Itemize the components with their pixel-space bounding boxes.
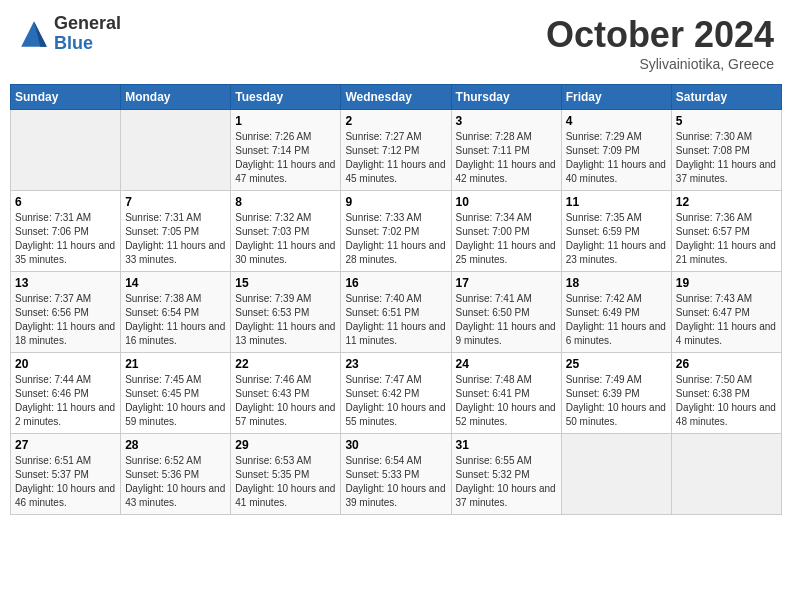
calendar-cell (121, 110, 231, 191)
calendar-cell: 1Sunrise: 7:26 AMSunset: 7:14 PMDaylight… (231, 110, 341, 191)
calendar-cell: 12Sunrise: 7:36 AMSunset: 6:57 PMDayligh… (671, 191, 781, 272)
calendar-cell: 31Sunrise: 6:55 AMSunset: 5:32 PMDayligh… (451, 434, 561, 515)
calendar-cell: 11Sunrise: 7:35 AMSunset: 6:59 PMDayligh… (561, 191, 671, 272)
calendar-cell: 29Sunrise: 6:53 AMSunset: 5:35 PMDayligh… (231, 434, 341, 515)
day-detail: Sunrise: 7:33 AMSunset: 7:02 PMDaylight:… (345, 211, 446, 267)
day-number: 2 (345, 114, 446, 128)
day-detail: Sunrise: 7:28 AMSunset: 7:11 PMDaylight:… (456, 130, 557, 186)
day-detail: Sunrise: 7:43 AMSunset: 6:47 PMDaylight:… (676, 292, 777, 348)
calendar-cell (671, 434, 781, 515)
logo-general: General (54, 14, 121, 34)
day-detail: Sunrise: 6:54 AMSunset: 5:33 PMDaylight:… (345, 454, 446, 510)
calendar-cell: 25Sunrise: 7:49 AMSunset: 6:39 PMDayligh… (561, 353, 671, 434)
calendar-cell (561, 434, 671, 515)
title-block: October 2024 Sylivainiotika, Greece (546, 14, 774, 72)
calendar-cell: 20Sunrise: 7:44 AMSunset: 6:46 PMDayligh… (11, 353, 121, 434)
day-detail: Sunrise: 7:50 AMSunset: 6:38 PMDaylight:… (676, 373, 777, 429)
day-number: 28 (125, 438, 226, 452)
logo: General Blue (18, 14, 121, 54)
day-number: 4 (566, 114, 667, 128)
day-detail: Sunrise: 7:48 AMSunset: 6:41 PMDaylight:… (456, 373, 557, 429)
day-of-week-header: Friday (561, 85, 671, 110)
calendar-week-row: 6Sunrise: 7:31 AMSunset: 7:06 PMDaylight… (11, 191, 782, 272)
calendar-header-row: SundayMondayTuesdayWednesdayThursdayFrid… (11, 85, 782, 110)
calendar-table: SundayMondayTuesdayWednesdayThursdayFrid… (10, 84, 782, 515)
day-number: 22 (235, 357, 336, 371)
day-detail: Sunrise: 7:36 AMSunset: 6:57 PMDaylight:… (676, 211, 777, 267)
day-number: 30 (345, 438, 446, 452)
day-detail: Sunrise: 6:55 AMSunset: 5:32 PMDaylight:… (456, 454, 557, 510)
calendar-cell: 3Sunrise: 7:28 AMSunset: 7:11 PMDaylight… (451, 110, 561, 191)
calendar-cell: 24Sunrise: 7:48 AMSunset: 6:41 PMDayligh… (451, 353, 561, 434)
day-number: 13 (15, 276, 116, 290)
day-detail: Sunrise: 7:29 AMSunset: 7:09 PMDaylight:… (566, 130, 667, 186)
logo-blue: Blue (54, 34, 121, 54)
day-number: 23 (345, 357, 446, 371)
day-number: 5 (676, 114, 777, 128)
day-detail: Sunrise: 7:49 AMSunset: 6:39 PMDaylight:… (566, 373, 667, 429)
day-number: 26 (676, 357, 777, 371)
day-number: 17 (456, 276, 557, 290)
day-detail: Sunrise: 7:27 AMSunset: 7:12 PMDaylight:… (345, 130, 446, 186)
day-detail: Sunrise: 7:41 AMSunset: 6:50 PMDaylight:… (456, 292, 557, 348)
calendar-cell: 5Sunrise: 7:30 AMSunset: 7:08 PMDaylight… (671, 110, 781, 191)
day-of-week-header: Sunday (11, 85, 121, 110)
calendar-cell: 7Sunrise: 7:31 AMSunset: 7:05 PMDaylight… (121, 191, 231, 272)
calendar-cell: 17Sunrise: 7:41 AMSunset: 6:50 PMDayligh… (451, 272, 561, 353)
day-detail: Sunrise: 7:35 AMSunset: 6:59 PMDaylight:… (566, 211, 667, 267)
day-detail: Sunrise: 6:53 AMSunset: 5:35 PMDaylight:… (235, 454, 336, 510)
day-detail: Sunrise: 7:45 AMSunset: 6:45 PMDaylight:… (125, 373, 226, 429)
calendar-cell: 28Sunrise: 6:52 AMSunset: 5:36 PMDayligh… (121, 434, 231, 515)
calendar-week-row: 27Sunrise: 6:51 AMSunset: 5:37 PMDayligh… (11, 434, 782, 515)
month-title: October 2024 (546, 14, 774, 56)
calendar-cell: 26Sunrise: 7:50 AMSunset: 6:38 PMDayligh… (671, 353, 781, 434)
day-detail: Sunrise: 7:39 AMSunset: 6:53 PMDaylight:… (235, 292, 336, 348)
day-number: 7 (125, 195, 226, 209)
calendar-week-row: 1Sunrise: 7:26 AMSunset: 7:14 PMDaylight… (11, 110, 782, 191)
calendar-week-row: 20Sunrise: 7:44 AMSunset: 6:46 PMDayligh… (11, 353, 782, 434)
logo-icon (18, 18, 50, 50)
calendar-cell: 14Sunrise: 7:38 AMSunset: 6:54 PMDayligh… (121, 272, 231, 353)
calendar-cell: 4Sunrise: 7:29 AMSunset: 7:09 PMDaylight… (561, 110, 671, 191)
location: Sylivainiotika, Greece (546, 56, 774, 72)
day-detail: Sunrise: 7:38 AMSunset: 6:54 PMDaylight:… (125, 292, 226, 348)
day-number: 21 (125, 357, 226, 371)
day-number: 9 (345, 195, 446, 209)
day-number: 27 (15, 438, 116, 452)
day-detail: Sunrise: 7:40 AMSunset: 6:51 PMDaylight:… (345, 292, 446, 348)
day-number: 12 (676, 195, 777, 209)
day-of-week-header: Monday (121, 85, 231, 110)
day-number: 29 (235, 438, 336, 452)
day-detail: Sunrise: 7:42 AMSunset: 6:49 PMDaylight:… (566, 292, 667, 348)
day-detail: Sunrise: 7:31 AMSunset: 7:06 PMDaylight:… (15, 211, 116, 267)
calendar-cell: 15Sunrise: 7:39 AMSunset: 6:53 PMDayligh… (231, 272, 341, 353)
calendar-cell: 27Sunrise: 6:51 AMSunset: 5:37 PMDayligh… (11, 434, 121, 515)
day-of-week-header: Thursday (451, 85, 561, 110)
day-of-week-header: Saturday (671, 85, 781, 110)
day-number: 19 (676, 276, 777, 290)
day-detail: Sunrise: 7:47 AMSunset: 6:42 PMDaylight:… (345, 373, 446, 429)
day-detail: Sunrise: 6:51 AMSunset: 5:37 PMDaylight:… (15, 454, 116, 510)
day-detail: Sunrise: 7:46 AMSunset: 6:43 PMDaylight:… (235, 373, 336, 429)
calendar-cell: 8Sunrise: 7:32 AMSunset: 7:03 PMDaylight… (231, 191, 341, 272)
day-detail: Sunrise: 7:37 AMSunset: 6:56 PMDaylight:… (15, 292, 116, 348)
calendar-week-row: 13Sunrise: 7:37 AMSunset: 6:56 PMDayligh… (11, 272, 782, 353)
day-detail: Sunrise: 7:30 AMSunset: 7:08 PMDaylight:… (676, 130, 777, 186)
day-number: 6 (15, 195, 116, 209)
calendar-cell: 30Sunrise: 6:54 AMSunset: 5:33 PMDayligh… (341, 434, 451, 515)
day-number: 8 (235, 195, 336, 209)
day-detail: Sunrise: 7:44 AMSunset: 6:46 PMDaylight:… (15, 373, 116, 429)
day-number: 11 (566, 195, 667, 209)
day-number: 18 (566, 276, 667, 290)
day-number: 15 (235, 276, 336, 290)
calendar-cell: 23Sunrise: 7:47 AMSunset: 6:42 PMDayligh… (341, 353, 451, 434)
day-detail: Sunrise: 7:31 AMSunset: 7:05 PMDaylight:… (125, 211, 226, 267)
day-number: 24 (456, 357, 557, 371)
calendar-cell: 13Sunrise: 7:37 AMSunset: 6:56 PMDayligh… (11, 272, 121, 353)
page-header: General Blue October 2024 Sylivainiotika… (10, 10, 782, 76)
calendar-cell: 16Sunrise: 7:40 AMSunset: 6:51 PMDayligh… (341, 272, 451, 353)
calendar-cell: 9Sunrise: 7:33 AMSunset: 7:02 PMDaylight… (341, 191, 451, 272)
calendar-cell: 21Sunrise: 7:45 AMSunset: 6:45 PMDayligh… (121, 353, 231, 434)
calendar-cell: 18Sunrise: 7:42 AMSunset: 6:49 PMDayligh… (561, 272, 671, 353)
day-of-week-header: Tuesday (231, 85, 341, 110)
